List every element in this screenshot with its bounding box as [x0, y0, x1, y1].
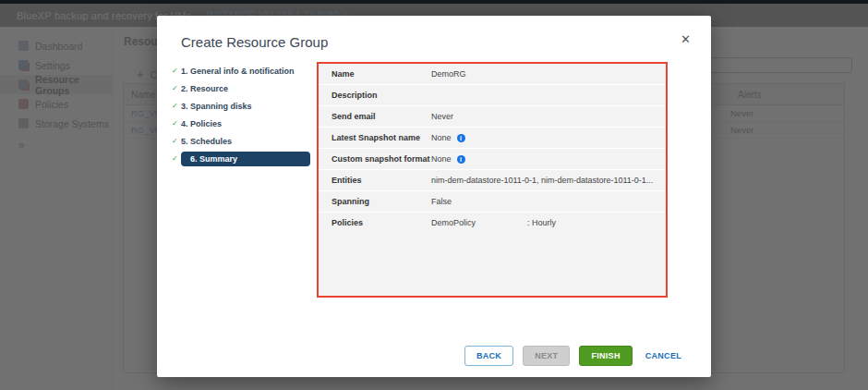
create-resource-group-dialog: Create Resource Group ✕ ✓ 1. General inf… — [157, 16, 711, 377]
summary-label: Description — [319, 91, 431, 100]
window-top-edge — [0, 0, 868, 4]
close-icon[interactable]: ✕ — [681, 32, 691, 46]
dialog-title: Create Resource Group — [181, 34, 328, 50]
summary-panel-highlighted: Name DemoRG Description Send email Never… — [317, 62, 668, 298]
summary-label: Spanning — [319, 197, 431, 206]
summary-label: Name — [319, 69, 431, 79]
summary-policy-name: DemoPolicy — [431, 218, 483, 227]
step-label: 4. Policies — [181, 119, 222, 128]
step-label: 6. Summary — [181, 152, 310, 166]
wizard-steps: ✓ 1. General info & notification ✓ 2. Re… — [172, 62, 315, 167]
summary-label: Policies — [319, 218, 431, 227]
step-schedules[interactable]: ✓ 5. Schedules — [172, 132, 315, 150]
step-label: 1. General info & notification — [181, 67, 295, 76]
step-spanning-disks[interactable]: ✓ 3. Spanning disks — [172, 97, 315, 115]
summary-value: None — [431, 133, 452, 142]
check-icon: ✓ — [172, 67, 181, 75]
summary-label: Send email — [319, 112, 431, 121]
check-icon: ✓ — [172, 137, 181, 145]
check-icon: ✓ — [172, 102, 181, 110]
summary-policy-schedule: : Hourly — [527, 218, 556, 227]
step-resource[interactable]: ✓ 2. Resource — [172, 79, 315, 97]
info-icon[interactable]: i — [457, 155, 465, 164]
summary-value: nim-dem-datastore-1011-0-1, nim-dem-data… — [431, 176, 653, 185]
cancel-button[interactable]: CANCEL — [642, 347, 685, 365]
summary-value: False — [431, 197, 452, 206]
step-label: 3. Spanning disks — [181, 102, 252, 111]
summary-row-entities: Entities nim-dem-datastore-1011-0-1, nim… — [319, 170, 666, 191]
step-policies[interactable]: ✓ 4. Policies — [172, 115, 315, 132]
check-icon: ✓ — [172, 154, 181, 163]
finish-button[interactable]: FINISH — [579, 346, 632, 366]
summary-value: DemoRG — [431, 69, 466, 79]
next-button[interactable]: NEXT — [523, 346, 570, 366]
summary-label: Custom snapshot format — [319, 154, 431, 164]
summary-row-policies: Policies DemoPolicy : Hourly — [319, 213, 666, 233]
step-general-info[interactable]: ✓ 1. General info & notification — [172, 62, 315, 79]
summary-row-spanning: Spanning False — [319, 191, 666, 213]
summary-label: Entities — [319, 176, 431, 185]
summary-row-name: Name DemoRG — [319, 64, 666, 85]
summary-row-description: Description — [319, 85, 666, 106]
step-label: 5. Schedules — [181, 137, 232, 146]
check-icon: ✓ — [172, 119, 181, 128]
summary-value: Never — [431, 112, 453, 121]
dialog-footer: BACK NEXT FINISH CANCEL — [464, 346, 685, 366]
check-icon: ✓ — [172, 84, 181, 92]
step-label: 2. Resource — [181, 84, 228, 93]
summary-row-send-email: Send email Never — [319, 106, 666, 128]
back-button[interactable]: BACK — [464, 346, 513, 366]
summary-row-custom-snapshot-format: Custom snapshot format None i — [319, 149, 666, 170]
step-summary[interactable]: ✓ 6. Summary — [172, 150, 315, 167]
summary-row-latest-snapshot-name: Latest Snapshot name None i — [319, 128, 666, 149]
summary-label: Latest Snapshot name — [319, 133, 431, 142]
summary-value: None — [431, 154, 452, 164]
screen: BlueXP backup and recovery for VMs INSTA… — [0, 0, 868, 390]
info-icon[interactable]: i — [457, 134, 465, 142]
